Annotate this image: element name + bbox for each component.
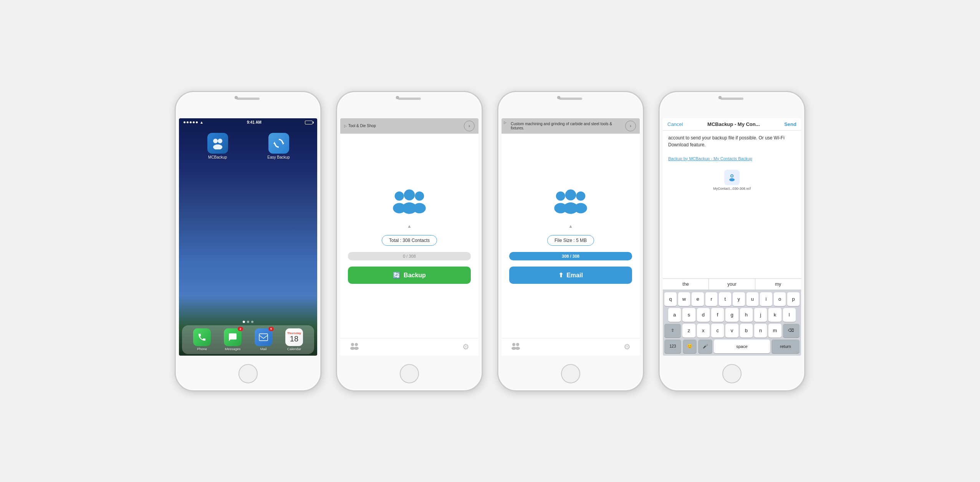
phone-2-screen: ▷ Tool & Die Shop › — [340, 118, 478, 356]
ad-arrow-2[interactable]: › — [464, 121, 475, 131]
easybackup-svg — [273, 137, 285, 149]
signal-dot-2 — [187, 121, 189, 123]
key-j[interactable]: j — [754, 308, 767, 322]
attachment: MyContact...030-308.vcf — [668, 166, 796, 192]
app-mcbackup[interactable]: MCBackup — [190, 133, 245, 159]
key-c[interactable]: c — [711, 324, 724, 338]
key-p[interactable]: p — [787, 292, 800, 306]
key-l[interactable]: l — [783, 308, 796, 322]
dot-3 — [251, 321, 253, 323]
dock-phone[interactable]: Phone — [193, 328, 211, 351]
home-button-2[interactable] — [400, 364, 419, 383]
key-i[interactable]: i — [760, 292, 772, 306]
key-q[interactable]: q — [664, 292, 677, 306]
contacts-bottom-icon-3[interactable] — [511, 342, 520, 352]
key-k[interactable]: k — [768, 308, 781, 322]
key-y[interactable]: y — [733, 292, 745, 306]
svg-point-2 — [213, 144, 222, 149]
key-t[interactable]: t — [719, 292, 731, 306]
dock-calendar[interactable]: Thursday 18 Calendar — [285, 328, 303, 351]
ad-banner-2: ▷ Tool & Die Shop › — [340, 118, 478, 134]
app-easybackup[interactable]: Easy Backup — [251, 133, 306, 159]
key-v[interactable]: v — [725, 324, 738, 338]
settings-icon-2[interactable]: ⚙ — [462, 342, 469, 351]
ad-close-3[interactable]: ▷ — [504, 121, 507, 124]
num-key[interactable]: 123 — [664, 340, 681, 353]
email-body: account to send your backup file if poss… — [663, 131, 801, 278]
suggestion-my[interactable]: my — [755, 279, 801, 290]
wifi-icon: ▲ — [200, 120, 204, 124]
battery-area — [305, 121, 313, 124]
calendar-app-icon[interactable]: Thursday 18 — [285, 328, 303, 346]
messages-svg — [228, 333, 237, 342]
backspace-key[interactable]: ⌫ — [783, 324, 800, 338]
kb-row-4: 123 😊 🎤 space return — [664, 340, 800, 353]
key-f[interactable]: f — [711, 308, 724, 322]
key-s[interactable]: s — [682, 308, 695, 322]
attachment-icon — [724, 170, 740, 185]
home-button-1[interactable] — [238, 364, 258, 383]
key-z[interactable]: z — [682, 324, 695, 338]
mic-key[interactable]: 🎤 — [698, 340, 712, 353]
backup-button[interactable]: 🔄 Backup — [348, 267, 471, 284]
ad-arrow-3[interactable]: › — [625, 121, 636, 131]
ad-close-2[interactable]: ▷ — [344, 124, 347, 128]
mail-app-icon[interactable]: 5 — [255, 328, 272, 346]
key-d[interactable]: d — [697, 308, 710, 322]
space-key[interactable]: space — [714, 340, 770, 353]
contacts-bottom-icon-2[interactable] — [349, 342, 359, 352]
send-button[interactable]: Send — [784, 121, 796, 127]
messages-app-icon[interactable]: 2 — [224, 328, 242, 346]
dock-messages[interactable]: 2 Messages — [224, 328, 242, 351]
backup-btn-label: Backup — [404, 272, 426, 279]
progress-bar-2: 0 / 308 — [348, 252, 471, 260]
key-w[interactable]: w — [678, 292, 690, 306]
return-key[interactable]: return — [771, 340, 800, 353]
compose-screen: Cancel MCBackup - My Con... Send account… — [663, 118, 801, 356]
key-h[interactable]: h — [740, 308, 753, 322]
phone-svg — [197, 333, 207, 342]
email-link[interactable]: Backup by MCBackup - My Contacts Backup — [668, 156, 752, 161]
dock-mail[interactable]: 5 Mail — [255, 328, 272, 351]
signal-dot-3 — [190, 121, 192, 123]
email-body-text: account to send your backup file if poss… — [668, 134, 796, 148]
key-x[interactable]: x — [697, 324, 710, 338]
key-r[interactable]: r — [705, 292, 718, 306]
svg-point-20 — [576, 192, 585, 201]
email-app-screen: ▷ Custom machining and grinding of carbi… — [502, 118, 640, 356]
key-b[interactable]: b — [740, 324, 753, 338]
key-o[interactable]: o — [774, 292, 786, 306]
home-button-3[interactable] — [561, 364, 580, 383]
phone-app-icon[interactable] — [193, 328, 211, 346]
home-button-4[interactable] — [722, 364, 742, 383]
emoji-key[interactable]: 😊 — [683, 340, 697, 353]
app-main-3: ▲ File Size : 5 MB 308 / 308 ⬆ Email — [502, 134, 640, 338]
key-a[interactable]: a — [668, 308, 681, 322]
email-button[interactable]: ⬆ Email — [509, 267, 632, 284]
phone-2: ▷ Tool & Die Shop › — [336, 91, 482, 391]
key-g[interactable]: g — [725, 308, 738, 322]
svg-point-0 — [213, 139, 218, 143]
chevron-up-3: ▲ — [568, 224, 573, 229]
shift-key[interactable]: ⇧ — [664, 324, 681, 338]
phone-3-screen: ▷ Custom machining and grinding of carbi… — [502, 118, 640, 356]
mcbackup-svg — [212, 137, 224, 149]
dot-2 — [247, 321, 249, 323]
key-n[interactable]: n — [754, 324, 767, 338]
key-u[interactable]: u — [747, 292, 759, 306]
key-m[interactable]: m — [768, 324, 781, 338]
mcbackup-label: MCBackup — [208, 155, 227, 159]
keyboard: q w e r t y u i o p a s — [663, 290, 801, 356]
mcbackup-icon[interactable] — [207, 133, 228, 154]
easybackup-icon[interactable] — [268, 133, 289, 154]
signal-dot-5 — [196, 121, 198, 123]
cancel-button[interactable]: Cancel — [667, 121, 683, 127]
key-e[interactable]: e — [692, 292, 704, 306]
suggestion-the[interactable]: the — [663, 279, 709, 290]
contacts-icon-3 — [548, 187, 594, 217]
settings-icon-3[interactable]: ⚙ — [624, 342, 631, 351]
easybackup-label: Easy Backup — [267, 155, 290, 159]
suggestion-your[interactable]: your — [709, 279, 755, 290]
calendar-inner: Thursday 18 — [287, 331, 301, 343]
phone-app-label: Phone — [197, 347, 207, 351]
